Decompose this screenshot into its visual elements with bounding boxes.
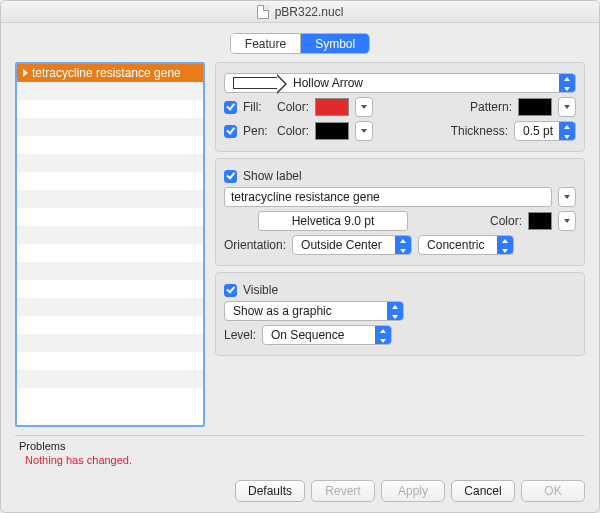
pen-color-dropdown[interactable]: [355, 121, 373, 141]
updown-icon: [562, 125, 572, 139]
tab-feature[interactable]: Feature: [231, 34, 301, 53]
orientation-value: Outside Center: [301, 238, 382, 252]
updown-icon: [390, 305, 400, 319]
label-text-input[interactable]: tetracycline resistance gene: [224, 187, 552, 207]
label-text-value: tetracycline resistance gene: [231, 190, 380, 204]
tab-segmented-control: Feature Symbol: [230, 33, 370, 54]
label-color-swatch[interactable]: [528, 212, 552, 230]
feature-list-item[interactable]: tetracycline resistance gene: [17, 64, 203, 82]
expand-icon: [23, 69, 28, 77]
fill-color-swatch[interactable]: [315, 98, 349, 116]
orientation-popup[interactable]: Outside Center: [292, 235, 412, 255]
pattern-swatch[interactable]: [518, 98, 552, 116]
list-item[interactable]: [17, 136, 203, 154]
font-button[interactable]: Helvetica 9.0 pt: [258, 211, 408, 231]
feature-list-item-label: tetracycline resistance gene: [32, 66, 181, 80]
fill-label: Fill:: [243, 100, 271, 114]
thickness-value: 0.5 pt: [523, 124, 553, 138]
list-item[interactable]: [17, 118, 203, 136]
list-item[interactable]: [17, 190, 203, 208]
problems-header: Problems: [19, 440, 583, 452]
list-item[interactable]: [17, 100, 203, 118]
list-item[interactable]: [17, 370, 203, 388]
cancel-button[interactable]: Cancel: [451, 480, 515, 502]
list-item[interactable]: [17, 334, 203, 352]
tab-symbol[interactable]: Symbol: [301, 34, 369, 53]
show-label-checkbox[interactable]: [224, 170, 237, 183]
label-color-dropdown[interactable]: [558, 211, 576, 231]
revert-button[interactable]: Revert: [311, 480, 375, 502]
font-value: Helvetica 9.0 pt: [292, 214, 375, 228]
window-title: pBR322.nucl: [275, 5, 344, 19]
ok-button[interactable]: OK: [521, 480, 585, 502]
updown-icon: [500, 239, 510, 253]
list-item[interactable]: [17, 208, 203, 226]
showas-popup[interactable]: Show as a graphic: [224, 301, 404, 321]
apply-button[interactable]: Apply: [381, 480, 445, 502]
level-popup[interactable]: On Sequence: [262, 325, 392, 345]
showas-value: Show as a graphic: [233, 304, 332, 318]
pen-checkbox[interactable]: [224, 125, 237, 138]
dialog-window: pBR322.nucl Feature Symbol tetracycline …: [0, 0, 600, 513]
updown-icon: [378, 329, 388, 343]
thickness-label: Thickness:: [451, 124, 508, 138]
visibility-group: Visible Show as a graphic Level: On Sequ…: [215, 272, 585, 356]
hollow-arrow-icon: [233, 77, 279, 89]
orientation-label: Orientation:: [224, 238, 286, 252]
fill-color-label: Color:: [277, 100, 309, 114]
list-item[interactable]: [17, 280, 203, 298]
document-icon: [257, 5, 269, 19]
button-bar: Defaults Revert Apply Cancel OK: [1, 472, 599, 512]
list-item[interactable]: [17, 316, 203, 334]
visible-checkbox[interactable]: [224, 284, 237, 297]
level-value: On Sequence: [271, 328, 344, 342]
feature-list[interactable]: tetracycline resistance gene: [15, 62, 205, 427]
pattern-label: Pattern:: [470, 100, 512, 114]
list-item[interactable]: [17, 388, 203, 406]
updown-icon: [562, 77, 572, 91]
visible-label: Visible: [243, 283, 278, 297]
titlebar: pBR322.nucl: [1, 1, 599, 23]
label-group: Show label tetracycline resistance gene …: [215, 158, 585, 266]
pattern-dropdown[interactable]: [558, 97, 576, 117]
shape-group: Hollow Arrow Fill: Color: Pattern:: [215, 62, 585, 152]
updown-icon: [398, 239, 408, 253]
main-area: tetracycline resistance gene: [15, 62, 585, 427]
dialog-body: Feature Symbol tetracycline resistance g…: [1, 23, 599, 472]
list-item[interactable]: [17, 226, 203, 244]
list-item[interactable]: [17, 82, 203, 100]
list-item[interactable]: [17, 352, 203, 370]
label-text-dropdown[interactable]: [558, 187, 576, 207]
defaults-button[interactable]: Defaults: [235, 480, 305, 502]
shape-popup[interactable]: Hollow Arrow: [224, 73, 576, 93]
list-item[interactable]: [17, 172, 203, 190]
pen-color-swatch[interactable]: [315, 122, 349, 140]
pen-color-label: Color:: [277, 124, 309, 138]
fill-checkbox[interactable]: [224, 101, 237, 114]
level-label: Level:: [224, 328, 256, 342]
problems-message: Nothing has changed.: [19, 452, 583, 470]
curve-value: Concentric: [427, 238, 484, 252]
show-label-text: Show label: [243, 169, 302, 183]
properties-panel: Hollow Arrow Fill: Color: Pattern:: [215, 62, 585, 427]
list-item[interactable]: [17, 262, 203, 280]
shape-name: Hollow Arrow: [293, 76, 363, 90]
list-item[interactable]: [17, 244, 203, 262]
label-color-label: Color:: [490, 214, 522, 228]
fill-color-dropdown[interactable]: [355, 97, 373, 117]
list-item[interactable]: [17, 298, 203, 316]
problems-panel: Problems Nothing has changed.: [15, 435, 585, 472]
list-item[interactable]: [17, 154, 203, 172]
thickness-popup[interactable]: 0.5 pt: [514, 121, 576, 141]
pen-label: Pen:: [243, 124, 271, 138]
curve-popup[interactable]: Concentric: [418, 235, 514, 255]
